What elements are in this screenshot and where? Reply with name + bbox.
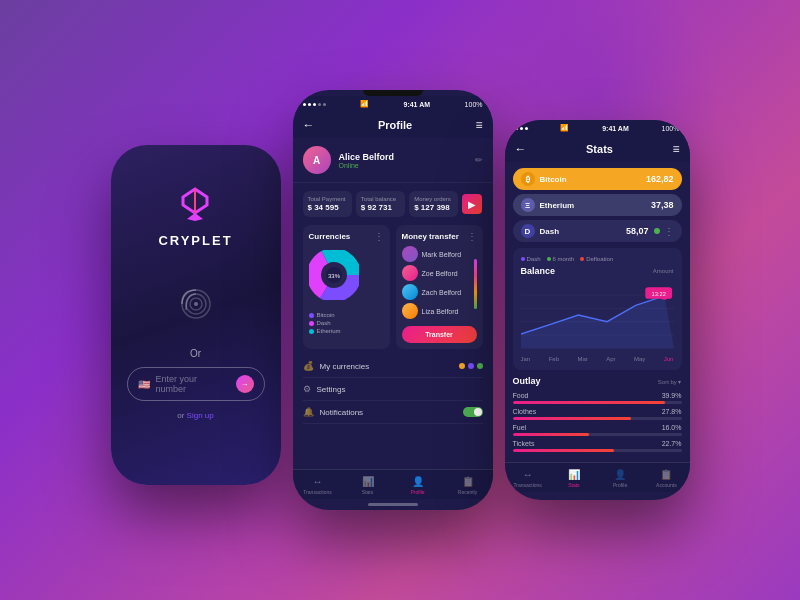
edit-icon[interactable]: ✏ [475,155,483,165]
food-label: Food [513,392,529,399]
money-orders-label: Money orders [414,196,453,202]
stats-stats-icon: 📊 [568,469,580,480]
sort-by[interactable]: Sort by ▾ [658,378,682,385]
bitcoin-label: Bitcoin [317,312,335,318]
stats-tab-stats[interactable]: 📊 Stats [551,469,597,488]
dash-controls: ⋮ [654,226,674,237]
tab-transactions[interactable]: ↔ Transactions [293,476,343,495]
user-name: Alice Belford [339,152,467,162]
user-name-2: Zoe Belford [422,270,458,277]
tab-recently[interactable]: 📋 Recently [443,476,493,495]
stats-profile-icon: 👤 [614,469,626,480]
stat-arrow: ▶ [462,194,482,214]
stats-row: Total Payment $ 34 595 Total balance $ 9… [293,183,493,225]
menu-item-settings[interactable]: ⚙ Settings [303,378,483,401]
transfer-users: Mark Belford Zoe Belford Zach Belford [402,246,470,322]
dash-label: Dash [317,320,331,326]
dash-chip-label: Dash [527,256,541,262]
user-avatar-3 [402,284,418,300]
screen-title: Profile [378,119,412,131]
dash-row[interactable]: D Dash 58,07 ⋮ [513,220,682,242]
dash-dots-menu[interactable]: ⋮ [664,226,674,237]
signup-text: or Sign up [177,411,214,420]
stats-battery: 100% [662,125,680,132]
user-info: Alice Belford Online [339,152,467,169]
menu-button[interactable]: ≡ [475,118,482,132]
fingerprint-icon [176,284,216,324]
app-name: CRYPLET [158,233,232,248]
back-button[interactable]: ← [303,118,315,132]
bitcoin-icon: ₿ [521,172,535,186]
month-apr: Apr [606,356,615,362]
ethereum-row[interactable]: Ξ Etherium 37,38 [513,194,682,216]
stats-status-bar: 📶 9:41 AM 100% [505,120,690,136]
currency-legend: Bitcoin Dash Etherium [309,312,384,334]
outlay-clothes: Clothes 27.8% [513,408,682,420]
stats-back[interactable]: ← [515,142,527,156]
currencies-menu[interactable]: ⋮ [374,231,384,242]
stats-menu[interactable]: ≡ [672,142,679,156]
stats-label: Stats [362,489,373,495]
stats-tab-accounts[interactable]: 📋 Accounts [643,469,689,488]
menu-items: 💰 My currencies ⚙ Settings 🔔 Notificatio… [293,355,493,424]
signup-link[interactable]: Sign up [187,411,214,420]
stats-icon: 📊 [362,476,374,487]
transfer-button[interactable]: Transfer [402,326,477,343]
ethereum-icon: Ξ [521,198,535,212]
transfer-user-4: Liza Belford [402,303,470,319]
balance-chart-area: Dash 6 month Defloation Balance Amount [513,248,682,370]
notifications-menu-label: Notifications [320,408,457,417]
notifications-toggle[interactable] [463,407,483,417]
status-bar: 📶 9:41 AM 100% [293,96,493,112]
transfer-user-3: Zach Belford [402,284,470,300]
phone-input-row[interactable]: 🇺🇸 Enter your number → [127,367,265,401]
outlay-food: Food 39.9% [513,392,682,404]
stats-profile-label: Profile [613,482,627,488]
bitcoin-row[interactable]: ₿ Bitcoin 162,82 [513,168,682,190]
wifi-icon: 📶 [360,100,369,108]
avatar: A [303,146,331,174]
svg-text:33%: 33% [327,273,340,279]
money-orders-box: Money orders $ 127 398 [409,191,458,217]
stats-title: Stats [586,143,613,155]
stats-tab-transactions[interactable]: ↔ Transactions [505,469,551,488]
transfer-color-bar [474,259,477,309]
stats-phone: 📶 9:41 AM 100% ← Stats ≡ ₿ Bitcoin 162,8… [505,120,690,500]
menu-item-notifications[interactable]: 🔔 Notifications [303,401,483,424]
fingerprint-area [176,284,216,324]
dash-name: Dash [540,227,621,236]
month-jan: Jan [521,356,531,362]
user-name-3: Zach Belford [422,289,462,296]
menu-item-currencies[interactable]: 💰 My currencies [303,355,483,378]
dash-dot [309,321,314,326]
tab-profile[interactable]: 👤 Profile [393,476,443,495]
svg-text:13:22: 13:22 [651,291,665,297]
submit-arrow[interactable]: → [236,375,254,393]
stats-transactions-label: Transactions [513,482,541,488]
notifications-icon: 🔔 [303,407,314,417]
balance-title: Balance [521,266,556,276]
transfer-box: Money transfer ⋮ Mark Belford Zoe Belfor… [396,225,483,349]
currencies-title: Currencies [309,232,351,241]
amount-label: Amount [653,268,674,274]
transfer-user-2: Zoe Belford [402,265,470,281]
phone-placeholder: Enter your number [156,374,230,394]
profile-icon: 👤 [412,476,424,487]
stats-signal [515,127,528,130]
transactions-icon: ↔ [313,476,323,487]
battery-status: 100% [465,101,483,108]
transfer-menu[interactable]: ⋮ [467,231,477,242]
transfer-title: Money transfer [402,232,459,241]
user-status: Online [339,162,467,169]
tickets-label: Tickets [513,440,535,447]
settings-icon: ⚙ [303,384,311,394]
currencies-box: Currencies ⋮ 33% Bitcoin [303,225,390,349]
stats-tab-profile[interactable]: 👤 Profile [597,469,643,488]
recently-icon: 📋 [462,476,474,487]
6month-legend-chip: 6 month [547,256,575,262]
tab-stats[interactable]: 📊 Stats [343,476,393,495]
deflation-chip-label: Defloation [586,256,613,262]
cryplet-logo [175,185,215,225]
login-phone: CRYPLET Or 🇺🇸 Enter your number → or Sig… [111,145,281,485]
food-pct: 39.9% [662,392,682,399]
